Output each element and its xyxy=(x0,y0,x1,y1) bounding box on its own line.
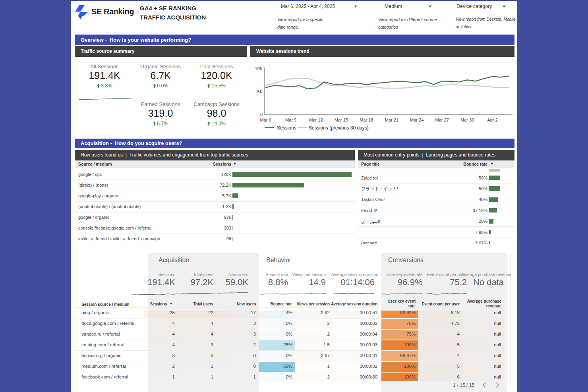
svg-text:5K: 5K xyxy=(257,89,263,94)
svg-text:10K: 10K xyxy=(255,66,263,71)
svg-text:0: 0 xyxy=(260,112,263,117)
svg-text:Mar 15: Mar 15 xyxy=(335,118,348,122)
svg-text:Mar 18: Mar 18 xyxy=(360,118,373,122)
svg-text:Mar 21: Mar 21 xyxy=(385,118,398,122)
svg-text:Mar 9: Mar 9 xyxy=(285,118,296,122)
svg-text:Mar 24: Mar 24 xyxy=(410,118,424,122)
svg-text:Sessions (previous 30 days): Sessions (previous 30 days) xyxy=(309,125,369,131)
svg-text:Mar 12: Mar 12 xyxy=(309,118,323,122)
svg-text:Mar 6: Mar 6 xyxy=(260,118,271,122)
svg-text:Apr 2: Apr 2 xyxy=(487,118,497,122)
svg-text:Mar 27: Mar 27 xyxy=(435,118,449,122)
svg-text:Sessions: Sessions xyxy=(277,125,296,131)
svg-text:Mar 30: Mar 30 xyxy=(460,118,474,122)
